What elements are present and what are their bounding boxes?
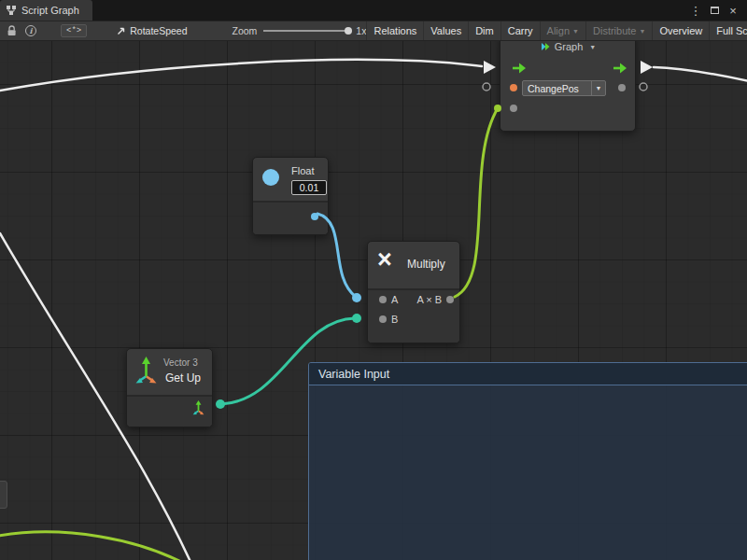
flow-in-port[interactable] — [512, 62, 527, 78]
group-header[interactable]: Variable Input — [309, 363, 747, 385]
info-icon[interactable]: i — [25, 25, 36, 36]
node-set-variable[interactable]: Graph ▼ ChangePos ▼ — [500, 41, 636, 132]
node-multiply[interactable]: × Multiply A A × B B — [367, 241, 460, 343]
distribute-button[interactable]: Distribute▼ — [585, 21, 652, 40]
flow-arrowhead-in — [484, 61, 496, 74]
multiply-a-port[interactable] — [379, 296, 387, 303]
zoom-slider-thumb[interactable] — [345, 27, 352, 35]
float-value-input[interactable]: 0.01 — [291, 180, 327, 195]
wire-end-dot-vector — [352, 314, 361, 323]
values-button[interactable]: Values — [423, 21, 468, 40]
multiply-out-port[interactable] — [446, 296, 454, 303]
zoom-control: Zoom 1x — [233, 25, 367, 36]
graph-toolbar: i <*> RotateSpeed Zoom 1x Relations Valu… — [0, 21, 747, 41]
window-menu-icon[interactable]: ⋮ — [686, 1, 705, 20]
node-multiply-title: Multiply — [407, 258, 445, 271]
window-tab-bar: Script Graph ⋮ × — [0, 0, 747, 21]
window-close-icon[interactable]: × — [724, 1, 742, 20]
node-get-up[interactable]: Vector 3 Get Up — [126, 348, 213, 427]
wire-flow-out — [654, 67, 747, 81]
group-variable-input[interactable]: Variable Input — [308, 362, 747, 560]
graph-asset-name: RotateSpeed — [130, 25, 187, 36]
node-set-variable-header[interactable]: Graph ▼ — [500, 41, 635, 59]
relations-button[interactable]: Relations — [366, 21, 423, 40]
wire-end-dot-float — [352, 293, 361, 302]
chevron-down-icon: ▼ — [572, 28, 579, 35]
script-graph-icon — [6, 5, 17, 16]
zoom-slider[interactable] — [263, 30, 349, 32]
vector3-port-icon[interactable] — [191, 399, 205, 419]
window-maximize-icon[interactable] — [705, 1, 724, 20]
float-type-icon — [262, 169, 279, 186]
flow-arrowhead-out — [641, 61, 653, 74]
fullscreen-button[interactable]: Full Screen — [709, 21, 747, 40]
value-in-port[interactable] — [510, 105, 517, 112]
chevron-down-icon: ▼ — [596, 85, 602, 91]
node-get-up-title: Get Up — [165, 371, 201, 385]
node-float[interactable]: Float 0.01 — [252, 157, 329, 235]
node-multiply-ports: A A × B B — [368, 288, 459, 343]
tab-title: Script Graph — [21, 5, 79, 16]
node-float-label: Float — [291, 165, 314, 176]
tab-script-graph[interactable]: Script Graph — [0, 0, 92, 21]
graph-asset: RotateSpeed — [117, 25, 187, 36]
carry-button[interactable]: Carry — [500, 21, 540, 40]
node-get-up-ports — [127, 395, 212, 427]
multiply-icon: × — [377, 247, 392, 273]
zoom-value: 1x — [356, 25, 366, 36]
flow-out-port[interactable] — [613, 62, 627, 78]
lock-icon[interactable] — [7, 25, 17, 36]
toolbar-buttons: Relations Values Dim Carry Align▼ Distri… — [366, 21, 747, 40]
vector3-icon — [134, 355, 159, 388]
wire-bottom-left — [0, 532, 185, 560]
dropdown-caret: ▼ — [591, 81, 605, 95]
wire-flow-in — [0, 60, 482, 91]
value-out-port[interactable] — [618, 84, 626, 91]
multiply-b-label: B — [391, 314, 398, 325]
zoom-label: Zoom — [233, 25, 258, 36]
align-button[interactable]: Align▼ — [540, 21, 585, 40]
port-circle-right[interactable] — [640, 83, 647, 91]
overview-button[interactable]: Overview — [652, 21, 709, 40]
variable-kind-label: Graph — [555, 41, 584, 52]
variable-name-value: ChangePos — [523, 83, 591, 94]
multiply-out-label: A × B — [416, 294, 442, 305]
node-float-ports — [253, 201, 328, 234]
graph-asset-icon — [117, 26, 126, 35]
node-get-up-category: Vector 3 — [163, 357, 198, 368]
node-fragment[interactable] — [0, 481, 7, 509]
variable-name-dropdown[interactable]: ChangePos ▼ — [522, 80, 606, 96]
graph-canvas[interactable]: Variable Input Graph ▼ ChangePos ▼ Float — [0, 41, 747, 560]
variable-kind-icon — [540, 41, 551, 52]
code-toggle-button[interactable]: <*> — [61, 24, 87, 37]
wire-multiply-to-setvar — [455, 108, 498, 297]
variable-name-port[interactable] — [510, 84, 517, 91]
wire-start-dot-getup — [216, 399, 225, 409]
multiply-b-port[interactable] — [379, 315, 387, 323]
chevron-down-icon: ▼ — [639, 28, 645, 35]
dim-button[interactable]: Dim — [468, 21, 500, 40]
multiply-a-label: A — [391, 294, 398, 305]
window-controls: ⋮ × — [686, 0, 747, 21]
float-out-port[interactable] — [311, 213, 318, 220]
group-title: Variable Input — [318, 368, 389, 381]
chevron-down-icon: ▼ — [589, 44, 596, 50]
port-circle-left[interactable] — [483, 83, 490, 91]
